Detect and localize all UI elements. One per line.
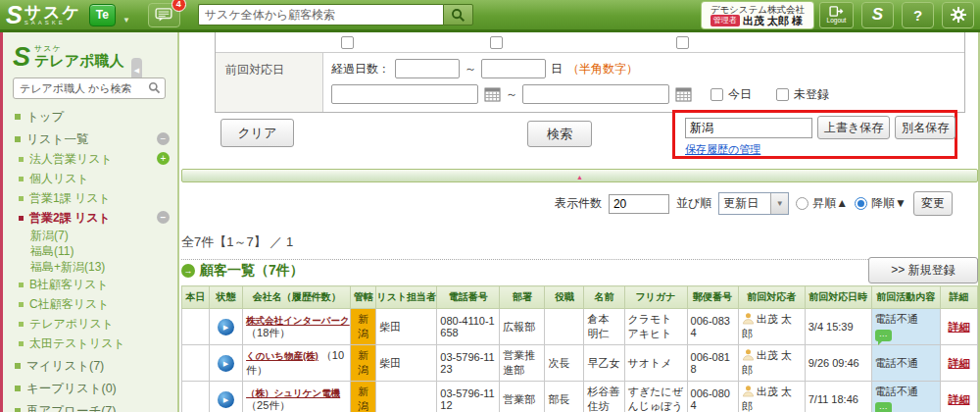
checkbox[interactable]: [676, 36, 689, 49]
name-cell: 杉谷善住坊: [584, 382, 624, 412]
kana-cell: サオトメ: [624, 345, 687, 382]
display-count-input[interactable]: [609, 194, 669, 214]
te-app-button[interactable]: Te: [89, 4, 116, 26]
company-link[interactable]: （株）シュリケン電機: [246, 387, 340, 398]
global-search-input[interactable]: [198, 4, 443, 26]
sidebar-item-reapproach[interactable]: 再アプローチ(7): [3, 401, 177, 412]
sidebar-item-c-customers[interactable]: C社顧客リスト: [3, 294, 177, 314]
unregistered-checkbox[interactable]: [776, 88, 789, 101]
range-tilde: ～: [506, 86, 517, 103]
today-checkbox[interactable]: [710, 88, 723, 101]
form-label: 前回対応日: [216, 53, 323, 112]
last-action: 電話不通: [875, 312, 937, 327]
saaske-home-button[interactable]: S: [861, 2, 894, 28]
calendar-icon[interactable]: [675, 86, 692, 102]
sidebar: S サスケ テレアポ職人 ◀ トップ リスト一覧 −: [0, 32, 177, 412]
search-icon: [451, 8, 466, 23]
column-header: 前回活動内容: [871, 286, 940, 309]
sidebar-item-list-index[interactable]: リスト一覧 −: [3, 129, 177, 149]
elapsed-days-label: 経過日数：: [331, 61, 390, 77]
settings-button[interactable]: [942, 2, 974, 28]
date-to-input[interactable]: [522, 84, 669, 104]
saved-search-name-input[interactable]: [685, 118, 812, 138]
change-button[interactable]: 変更: [913, 191, 953, 216]
bullet-icon: [19, 157, 24, 162]
bullet-icon: [19, 196, 24, 201]
bullet-icon: [15, 136, 21, 142]
sidebar-search-input[interactable]: [13, 77, 166, 99]
chat-icon: [155, 8, 172, 22]
collapse-toggle-icon[interactable]: −: [157, 132, 170, 145]
list-title: 顧客一覧（7件）: [200, 262, 304, 280]
bullet-icon: [15, 363, 21, 369]
arrow-circle-icon: →: [181, 264, 195, 278]
status-play-icon[interactable]: ▶: [218, 319, 234, 335]
elapsed-days-to-input[interactable]: [481, 59, 546, 78]
sidebar-nav: トップ リスト一覧 − 法人営業リスト + 個人リスト 営業1課 リスト: [3, 107, 177, 412]
collapse-toggle-icon[interactable]: −: [157, 211, 170, 224]
history-count: （25件）: [246, 399, 290, 411]
ascending-radio[interactable]: [796, 197, 808, 210]
today-cell: [182, 382, 210, 412]
detail-link[interactable]: 詳細: [948, 321, 969, 333]
help-button[interactable]: ?: [902, 2, 934, 28]
checkbox[interactable]: [341, 36, 354, 49]
sidebar-item-sales2-list[interactable]: 営業2課 リスト −: [3, 208, 177, 228]
form-collapse-bar[interactable]: ▲: [181, 169, 978, 182]
column-header: 名前: [584, 286, 624, 309]
dropdown-arrow-icon[interactable]: ▼: [770, 193, 788, 214]
saaske-icon: S: [872, 5, 883, 25]
sidebar-item-fukushima[interactable]: 福島(11): [3, 243, 177, 259]
logout-button[interactable]: Logout: [819, 2, 854, 28]
sidebar-item-b-customers[interactable]: B社顧客リスト: [3, 275, 177, 294]
descending-option[interactable]: 降順▼: [855, 195, 906, 212]
sort-label: 並び順: [676, 195, 711, 212]
search-button[interactable]: 検索: [527, 121, 592, 147]
sort-select[interactable]: 更新日 ▼: [718, 192, 789, 215]
status-play-icon[interactable]: ▶: [218, 391, 234, 408]
save-as-button[interactable]: 別名保存: [895, 116, 956, 139]
sidebar-item-personal-list[interactable]: 個人リスト: [3, 169, 177, 188]
messages-button[interactable]: 4: [148, 3, 180, 27]
date-from-input[interactable]: [331, 84, 478, 104]
table-row: ▶ （株）シュリケン電機 （25件） 新潟 03-5796-1112 営業部 部…: [182, 382, 978, 412]
company-link[interactable]: 株式会社インターパーク: [246, 315, 350, 326]
phone-cell: 080-4110-1658: [437, 309, 500, 345]
sidebar-item-teleapo-list[interactable]: テレアポリスト: [3, 314, 177, 334]
sidebar-item-niigata[interactable]: 新潟(7): [3, 228, 177, 243]
app-logo-icon: S: [13, 44, 30, 70]
sidebar-item-top[interactable]: トップ: [3, 107, 177, 127]
customer-table: 本日 状態 会社名（履歴件数） 管轄 リスト担当者 電話番号 部署 役職 名前 …: [181, 285, 978, 412]
sidebar-item-my-list[interactable]: マイリスト(7): [3, 356, 177, 376]
sidebar-item-ota-test-list[interactable]: 太田テストリスト: [3, 334, 177, 353]
sidebar-item-fukushima-niigata[interactable]: 福島+新潟(13): [3, 259, 177, 275]
global-search-button[interactable]: [443, 4, 473, 26]
checkbox[interactable]: [490, 36, 503, 49]
company-link[interactable]: くのいち物産(株): [246, 350, 318, 361]
region-cell: 新潟: [351, 345, 376, 382]
clear-button[interactable]: クリア: [220, 119, 294, 147]
ascending-option[interactable]: 昇順▲: [796, 195, 848, 212]
new-record-button[interactable]: >> 新規登録: [868, 257, 978, 283]
column-header: 前回対応者: [738, 286, 805, 309]
memo-icon[interactable]: …: [875, 402, 892, 412]
clipped-form-row: [216, 32, 964, 53]
sidebar-item-sales1-list[interactable]: 営業1課 リスト: [3, 188, 177, 208]
descending-radio[interactable]: [855, 197, 867, 210]
calendar-icon[interactable]: [484, 86, 501, 102]
sidebar-item-corporate-list[interactable]: 法人営業リスト +: [3, 149, 177, 169]
status-play-icon[interactable]: ▶: [218, 355, 234, 372]
column-header: 郵便番号: [687, 286, 738, 309]
elapsed-days-from-input[interactable]: [395, 59, 460, 78]
expand-toggle-icon[interactable]: +: [157, 152, 170, 165]
logo-title: サスケ: [24, 5, 81, 20]
memo-icon[interactable]: …: [875, 330, 892, 341]
te-dropdown-caret-icon[interactable]: ▼: [122, 16, 130, 25]
bullet-icon: [15, 386, 21, 391]
zip-cell: 006-0818: [687, 345, 738, 382]
detail-link[interactable]: 詳細: [948, 393, 969, 405]
overwrite-save-button[interactable]: 上書き保存: [817, 116, 890, 139]
detail-link[interactable]: 詳細: [948, 357, 969, 369]
sidebar-item-keep-list[interactable]: キープリスト(0): [3, 379, 177, 398]
save-history-link[interactable]: 保存履歴の管理: [685, 142, 760, 157]
